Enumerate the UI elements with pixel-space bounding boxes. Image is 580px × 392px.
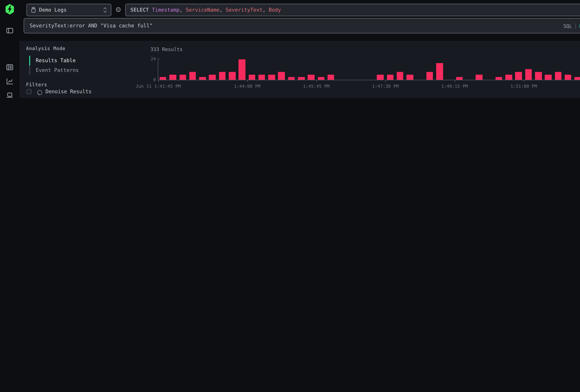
histogram-bar — [268, 74, 275, 80]
histogram-bar — [456, 77, 463, 80]
histogram-bar — [426, 72, 433, 80]
language-lucene-option[interactable]: Lucene — [579, 23, 580, 28]
language-sql-option[interactable]: SQL — [563, 23, 572, 28]
filters-sidebar: Analysis Mode Results Table Event Patter… — [19, 41, 144, 98]
x-axis-tick — [455, 80, 455, 82]
denoise-icon — [37, 89, 43, 95]
x-axis-tick — [386, 80, 386, 82]
histogram-bar — [298, 77, 305, 80]
histogram-bar — [515, 72, 522, 80]
histogram-bar — [555, 72, 562, 80]
y-axis-max-label: 24 — [146, 56, 156, 61]
app-root: ? U Demo Logs ⚙ SELECT Timestamp, Servic… — [0, 0, 580, 98]
histogram-bar — [239, 59, 245, 80]
x-axis-label: 1:51:00 PM — [489, 84, 559, 89]
histogram-bar — [278, 72, 285, 80]
histogram-bar — [169, 74, 176, 80]
histogram-bar — [476, 74, 482, 80]
source-label: Demo Logs — [39, 7, 100, 13]
histogram-bar — [259, 74, 265, 80]
x-axis-label: 1:49:15 PM — [420, 84, 489, 89]
histogram-bar — [505, 74, 512, 80]
histogram-bar — [328, 74, 334, 80]
divider — [575, 23, 576, 28]
histogram-bar — [209, 74, 216, 80]
histogram-bar — [535, 72, 542, 80]
select-keyword: SELECT — [130, 7, 149, 13]
histogram-bar — [199, 77, 206, 80]
logs-icon[interactable] — [6, 64, 13, 71]
histogram-bar — [318, 77, 324, 80]
chart-icon[interactable] — [6, 77, 13, 85]
histogram-bar — [387, 74, 394, 80]
histogram-bar — [545, 74, 552, 80]
histogram-bar — [495, 77, 502, 80]
panel-icon[interactable] — [6, 27, 13, 34]
histogram-bar — [377, 74, 384, 80]
query-language-toggle: SQL Lucene — [563, 23, 580, 28]
histogram-bar — [160, 77, 166, 80]
y-axis-min-label: 0 — [146, 77, 156, 82]
histogram-bar — [308, 74, 314, 80]
denoise-label[interactable]: Denoise Results — [45, 89, 92, 95]
x-axis-label: 1:44:00 PM — [212, 84, 282, 89]
results-count: 333 Results — [150, 46, 183, 52]
x-axis-tick — [158, 80, 159, 82]
histogram-bar — [189, 72, 196, 80]
left-rail: ? U — [0, 0, 20, 98]
histogram-bar — [525, 69, 532, 80]
x-axis-tick — [247, 80, 248, 82]
histogram-bar — [407, 74, 413, 80]
histogram-plot[interactable]: 24 0 Jun 11 1:41:45 PM1:44:00 PM1:45:45 … — [158, 58, 580, 80]
search-query-text: SeverityText:error AND "Visa cache full" — [30, 23, 563, 29]
gear-icon[interactable]: ⚙ — [114, 5, 123, 14]
filters-heading: Filters — [26, 82, 47, 87]
histogram-bar — [179, 74, 186, 80]
x-axis-label: 1:47:30 PM — [351, 84, 420, 89]
histogram-bar — [249, 74, 255, 80]
histogram-bar — [229, 72, 236, 80]
analysis-mode-heading: Analysis Mode — [26, 45, 65, 51]
histogram-bar — [219, 72, 226, 80]
x-axis-tick — [316, 80, 317, 82]
select-columns: Timestamp, ServiceName, SeverityText, Bo… — [149, 7, 281, 13]
select-query-input[interactable]: SELECT Timestamp, ServiceName, SeverityT… — [125, 4, 580, 16]
source-select[interactable]: Demo Logs — [26, 4, 111, 16]
histogram-bar — [565, 74, 572, 80]
x-axis-label: Jun 11 1:41:45 PM — [124, 84, 193, 89]
histogram-bar — [397, 72, 404, 80]
sessions-icon[interactable] — [6, 91, 13, 98]
histogram-bar — [436, 63, 443, 80]
histogram-bar — [575, 77, 580, 80]
denoise-checkbox[interactable] — [26, 89, 31, 94]
app-logo-lightning-icon[interactable] — [4, 4, 15, 15]
sidebar-item-results-table[interactable]: Results Table — [29, 56, 129, 65]
search-input[interactable]: SeverityText:error AND "Visa cache full"… — [24, 18, 580, 33]
x-axis-label: 1:45:45 PM — [282, 84, 351, 89]
x-axis-tick — [524, 80, 524, 82]
x-axis-label: 1:52:45 PM — [558, 84, 580, 89]
content-area: Analysis Mode Results Table Event Patter… — [19, 41, 580, 98]
histogram-bar — [288, 77, 295, 80]
results-panel: 333 Results Scanned Rows: 788242 24 0 Ju… — [144, 41, 580, 98]
sidebar-item-event-patterns[interactable]: Event Patterns — [29, 65, 129, 75]
select-arrows-icon — [103, 7, 107, 13]
top-bar: Demo Logs ⚙ SELECT Timestamp, ServiceNam… — [19, 0, 580, 41]
database-icon — [31, 7, 36, 13]
